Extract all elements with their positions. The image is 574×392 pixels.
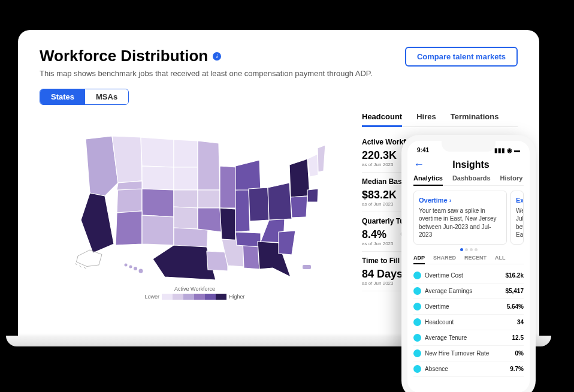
back-icon[interactable]: ←	[413, 158, 424, 171]
carousel-dots	[413, 248, 524, 251]
insight-card-next[interactable]: Ex We Jul bet Eas	[510, 191, 524, 245]
metric-list: Overtime Cost$16.2kAverage Earnings$5,41…	[413, 268, 524, 377]
toggle-msas[interactable]: MSAs	[85, 89, 128, 104]
phone-notch	[442, 141, 496, 152]
page-subtitle: This map shows benchmark jobs that recei…	[40, 69, 518, 78]
us-map[interactable]	[40, 112, 350, 280]
tab-headcount[interactable]: Headcount	[362, 112, 402, 127]
svg-point-0	[125, 264, 128, 267]
list-item[interactable]: Overtime5.64%	[413, 299, 524, 315]
region-toggle: States MSAs	[40, 89, 129, 105]
ftab-all[interactable]: ALL	[495, 255, 506, 264]
metric-icon	[413, 318, 421, 326]
page-title: Workforce Distribution	[40, 47, 208, 65]
tab-hires[interactable]: Hires	[416, 112, 436, 126]
map-legend: Active Workforce Lower Higher	[40, 286, 350, 300]
legend-swatches	[162, 294, 226, 300]
tab-terminations[interactable]: Terminations	[451, 112, 499, 126]
metric-tabs: Headcount Hires Terminations	[362, 112, 518, 127]
battery-icon: ▬	[514, 147, 520, 153]
ftab-recent[interactable]: RECENT	[464, 255, 487, 264]
wifi-icon: ◉	[507, 147, 512, 153]
list-item[interactable]: New Hire Turnover Rate0%	[413, 346, 524, 361]
tab-analytics[interactable]: Analytics	[413, 174, 443, 186]
tab-history[interactable]: History	[500, 174, 523, 185]
compare-button[interactable]: Compare talent markets	[405, 47, 518, 67]
map-container: Active Workforce Lower Higher	[40, 112, 350, 300]
filter-tabs: ADP SHARED RECENT ALL	[413, 255, 524, 264]
ftab-adp[interactable]: ADP	[413, 255, 425, 264]
list-item[interactable]: Average Earnings$5,417	[413, 284, 524, 299]
phone-tabs: Analytics Dashboards History	[413, 174, 524, 186]
info-icon[interactable]: i	[213, 52, 221, 61]
tab-dashboards[interactable]: Dashboards	[452, 174, 491, 185]
metric-icon	[413, 334, 421, 342]
page-header: Workforce Distribution i Compare talent …	[40, 47, 518, 67]
metric-icon	[413, 365, 421, 373]
metric-icon	[413, 272, 421, 279]
list-item[interactable]: Average Tenure12.5	[413, 330, 524, 346]
metric-icon	[413, 303, 421, 310]
list-item[interactable]: Overtime Cost$16.2k	[413, 268, 524, 284]
phone-frame: 9:41 ▮▮▮ ◉ ▬ ← Insights Analytics Dashbo…	[401, 135, 536, 392]
phone-title: Insights	[429, 159, 513, 170]
svg-point-3	[139, 269, 143, 273]
svg-point-2	[134, 267, 137, 270]
svg-point-1	[129, 266, 132, 269]
insight-card[interactable]: Overtime › Your team saw a spike in over…	[413, 191, 507, 245]
svg-rect-4	[303, 265, 311, 269]
list-item[interactable]: Absence9.7%	[413, 361, 524, 377]
chevron-right-icon: ›	[449, 197, 452, 204]
list-item[interactable]: Headcount34	[413, 315, 524, 330]
ftab-shared[interactable]: SHARED	[433, 255, 456, 264]
metric-icon	[413, 349, 421, 357]
toggle-states[interactable]: States	[40, 89, 85, 104]
metric-icon	[413, 287, 421, 295]
signal-icon: ▮▮▮	[494, 147, 505, 153]
